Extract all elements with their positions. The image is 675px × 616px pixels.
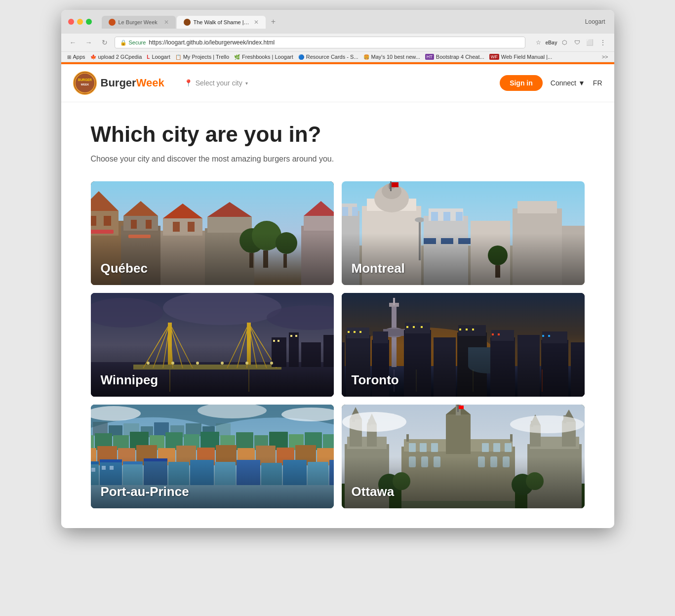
site-header: BURGER WEEK BurgerWeek 📍 Select your cit… (61, 64, 614, 102)
svg-rect-120 (457, 332, 487, 397)
main-content: Which city are you in? Choose your city … (61, 102, 614, 528)
bookmark-trello[interactable]: 📋 My Projects | Trello (175, 54, 229, 60)
connect-label: Connect (551, 79, 576, 87)
svg-point-26 (276, 232, 297, 254)
secure-badge: 🔒 Secure (120, 40, 146, 46)
city-card-montreal[interactable]: Montreal (342, 181, 585, 285)
tab-close-leburgerweek[interactable]: ✕ (164, 19, 169, 26)
forward-button[interactable]: → (83, 37, 95, 48)
svg-rect-118 (405, 323, 430, 333)
traffic-lights (68, 19, 92, 25)
svg-rect-15 (146, 220, 152, 229)
bookmark-apps-label: Apps (73, 54, 85, 60)
bookmark-freshbooks[interactable]: 🌿 Freshbooks | Loogart (234, 54, 293, 60)
extensions-icon[interactable]: ⬡ (559, 37, 570, 48)
svg-rect-225 (401, 447, 515, 508)
lock-icon: 🔒 (120, 40, 127, 46)
svg-rect-41 (352, 207, 358, 216)
svg-rect-235 (482, 443, 489, 452)
svg-point-101 (245, 362, 248, 365)
ebay-icon[interactable]: eBay (546, 37, 557, 48)
svg-text:BURGER: BURGER (78, 78, 92, 82)
gcpedia-icon: 🍁 (90, 54, 96, 60)
svg-rect-200 (237, 460, 260, 485)
svg-rect-148 (492, 333, 494, 335)
back-button[interactable]: ← (67, 37, 79, 48)
svg-point-259 (512, 474, 533, 495)
new-tab-button[interactable]: + (267, 15, 280, 29)
minimize-traffic-light[interactable] (77, 19, 83, 25)
svg-point-262 (510, 415, 584, 433)
bookmark-gcpedia[interactable]: 🍁 upload 2 GCpedia (90, 54, 142, 60)
puzzle-icon[interactable]: ⬜ (585, 37, 596, 48)
city-card-ottawa[interactable]: Ottawa (342, 405, 585, 508)
svg-point-98 (171, 362, 174, 365)
svg-rect-64 (390, 181, 392, 191)
svg-point-99 (196, 362, 199, 365)
bookmark-webfield[interactable]: WF Web Field Manual |... (489, 54, 553, 60)
svg-rect-117 (404, 330, 431, 397)
svg-rect-14 (131, 220, 137, 229)
svg-rect-253 (510, 434, 513, 442)
browser-window: Le Burger Week ✕ The Walk of Shame | Le … (61, 10, 614, 528)
svg-rect-242 (490, 456, 497, 467)
svg-rect-48 (419, 221, 421, 260)
svg-rect-19 (173, 222, 180, 232)
svg-rect-96 (295, 335, 297, 337)
svg-rect-58 (424, 238, 436, 244)
city-selector[interactable]: 📍 Select your city ▾ (184, 79, 248, 87)
loogart-icon: L (147, 54, 150, 60)
tab-walkofshame[interactable]: The Walk of Shame | Le Burger ✕ (177, 16, 266, 29)
svg-rect-56 (513, 208, 562, 285)
svg-rect-54 (456, 212, 463, 221)
svg-rect-12 (123, 216, 158, 231)
svg-rect-187 (238, 448, 255, 465)
svg-rect-213 (110, 466, 114, 470)
bookmark-apps[interactable]: ⊞ Apps (67, 54, 85, 60)
city-card-quebec[interactable]: Québec (91, 181, 334, 285)
svg-text:WEEK: WEEK (80, 83, 89, 86)
svg-rect-137 (359, 331, 361, 333)
svg-rect-190 (295, 445, 316, 465)
svg-rect-231 (459, 406, 464, 409)
svg-point-260 (526, 472, 544, 490)
bookmark-bootstrap[interactable]: HT Bootstrap 4 Cheat... (425, 54, 484, 60)
svg-rect-227 (446, 414, 471, 454)
tab-close-walkofshame[interactable]: ✕ (254, 19, 259, 26)
bookmark-resourcecards[interactable]: 🔵 Resource Cards - S... (298, 54, 358, 60)
svg-rect-61 (562, 226, 585, 285)
bookmarks-overflow[interactable]: >> (602, 54, 608, 60)
city-label-ottawa: Ottawa (352, 484, 395, 499)
city-card-portauprince[interactable]: Port-au-Prince (91, 405, 334, 508)
svg-rect-31 (304, 216, 334, 231)
svg-rect-34 (128, 235, 151, 238)
city-card-toronto[interactable]: Toronto (342, 293, 585, 397)
svg-rect-185 (197, 448, 215, 465)
svg-rect-163 (91, 435, 94, 450)
shield-icon[interactable]: 🛡 (572, 37, 583, 48)
close-traffic-light[interactable] (68, 19, 74, 25)
signin-button[interactable]: Sign in (500, 75, 543, 91)
fr-language-button[interactable]: FR (593, 79, 602, 87)
svg-rect-151 (548, 335, 550, 337)
maximize-traffic-light[interactable] (86, 19, 92, 25)
more-icon[interactable]: ⋮ (597, 37, 608, 48)
bookmark-resourcecards-label: Resource Cards - S... (306, 54, 358, 60)
svg-rect-143 (472, 329, 474, 330)
star-icon[interactable]: ☆ (533, 37, 544, 48)
city-card-winnipeg[interactable]: Winnipeg (91, 293, 334, 397)
svg-rect-114 (347, 328, 369, 338)
bookmark-loogart[interactable]: L Loogart (147, 54, 170, 60)
browser-titlebar: Le Burger Week ✕ The Walk of Shame | Le … (61, 10, 614, 34)
svg-rect-188 (256, 446, 276, 465)
logo-icon: BURGER WEEK (73, 71, 97, 95)
url-text: https://loogart.github.io/leburgerweek/i… (149, 39, 275, 46)
refresh-button[interactable]: ↻ (99, 37, 111, 48)
bookmark-mays[interactable]: 🍔 May's 10 best new... (363, 54, 420, 60)
svg-rect-27 (249, 253, 253, 268)
svg-rect-63 (495, 265, 500, 278)
connect-button[interactable]: Connect ▼ (551, 79, 585, 87)
url-bar[interactable]: 🔒 Secure https://loogart.github.io/lebur… (115, 37, 525, 48)
tab-leburgerweek[interactable]: Le Burger Week ✕ (102, 16, 176, 29)
svg-rect-239 (421, 456, 428, 467)
